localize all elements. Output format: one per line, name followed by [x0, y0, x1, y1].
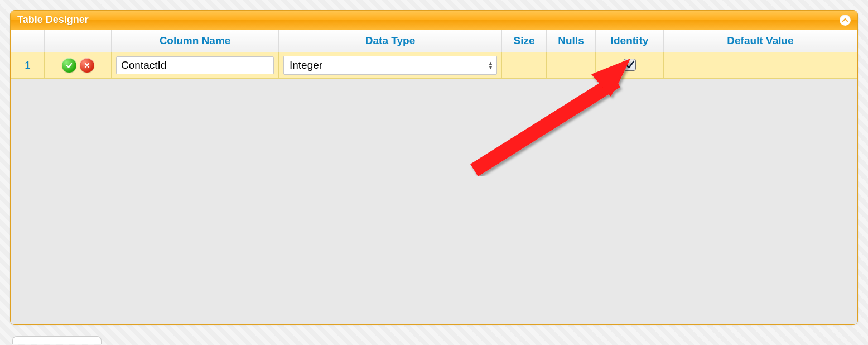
- collapse-button[interactable]: [840, 15, 851, 26]
- x-icon: [83, 61, 91, 69]
- data-type-value: Integer: [290, 59, 322, 71]
- column-name-cell: [112, 52, 279, 79]
- header-column-name: Column Name: [112, 30, 279, 52]
- header-rownum: [11, 30, 45, 52]
- design-grid: Column Name Data Type Size Nulls Identit…: [11, 30, 857, 324]
- panel-header: Table Designer: [11, 11, 857, 30]
- identity-checkbox[interactable]: [624, 59, 636, 71]
- nulls-cell[interactable]: [547, 52, 596, 79]
- panel-title: Table Designer: [17, 14, 89, 26]
- chevron-up-icon: [842, 17, 848, 23]
- footer-button[interactable]: [12, 336, 102, 344]
- header-actions: [45, 30, 112, 52]
- confirm-button[interactable]: [62, 58, 76, 73]
- default-value-cell[interactable]: [664, 52, 857, 79]
- header-nulls: Nulls: [547, 30, 596, 52]
- row-number-cell: 1: [11, 52, 45, 79]
- header-default-value: Default Value: [664, 30, 857, 52]
- column-name-input[interactable]: [116, 56, 274, 74]
- header-size: Size: [502, 30, 547, 52]
- row-actions-cell: [45, 52, 112, 79]
- data-type-select[interactable]: Integer ▲▼: [283, 56, 497, 75]
- empty-area: [11, 79, 857, 324]
- table-designer-panel: Table Designer Column Name Data Type Siz…: [10, 10, 858, 325]
- checkmark-icon: [65, 61, 73, 69]
- select-stepper-icon: ▲▼: [488, 61, 493, 70]
- data-type-cell: Integer ▲▼: [279, 52, 502, 79]
- header-identity: Identity: [596, 30, 664, 52]
- cancel-button[interactable]: [80, 58, 94, 73]
- size-cell[interactable]: [502, 52, 547, 79]
- check-icon: [625, 60, 635, 70]
- table-row: 1: [11, 52, 857, 79]
- header-data-type: Data Type: [279, 30, 502, 52]
- row-number: 1: [25, 60, 30, 71]
- identity-cell: [596, 52, 664, 79]
